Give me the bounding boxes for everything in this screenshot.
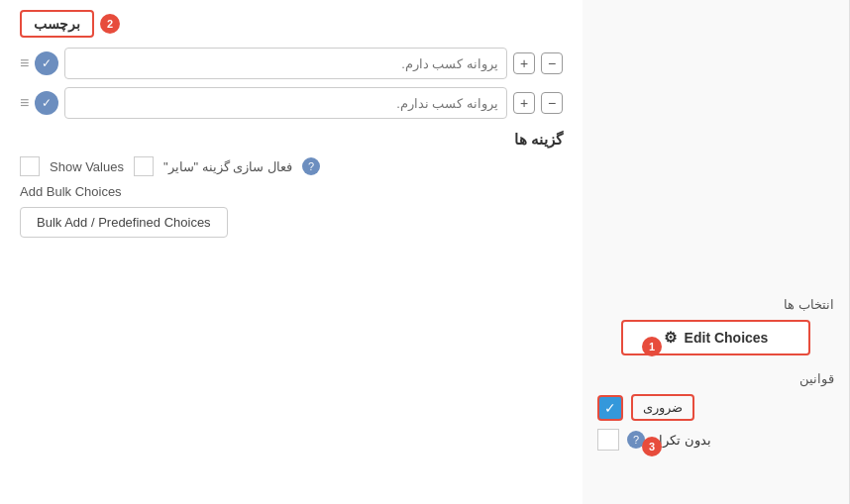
badge-number-1: 1 [642,337,662,356]
required-checkbox[interactable]: ✓ [597,395,623,421]
right-panel: 2 برچسب − + ✓ ≡ − + ✓ ≡ گزینه ها ? ف [0,0,583,504]
laws-title: قوانین [597,371,834,386]
required-row: ضروری ✓ [597,394,834,421]
drag-handle-1[interactable]: ≡ [20,54,29,72]
edit-choices-wrapper: Edit Choices ⚙ [597,320,834,355]
selections-section: انتخاب ها Edit Choices ⚙ [597,297,834,355]
laws-section: قوانین 3 ضروری ✓ بدون تکرار ? [597,355,834,451]
selections-title: انتخاب ها [597,297,834,312]
check-circle-1[interactable]: ✓ [35,51,58,75]
activate-label: فعال سازی گزینه "سایر" [163,159,292,174]
no-repeat-checkbox[interactable] [597,429,619,451]
edit-choices-label: Edit Choices [685,330,769,346]
no-repeat-row: بدون تکرار ? [597,429,834,451]
badge-3: 3 [642,437,662,456]
plus-button-1[interactable]: + [513,52,535,74]
gear-icon: ⚙ [664,329,677,347]
left-panel: 1 انتخاب ها Edit Choices ⚙ قوانین 3 [583,0,850,504]
activate-toggle[interactable] [134,156,154,176]
row-item-1: − + ✓ ≡ [20,48,563,79]
required-label: ضروری [631,394,694,421]
label-section: 2 برچسب [20,10,563,38]
minus-button-2[interactable]: − [541,92,563,114]
tag-button[interactable]: برچسب [20,10,94,38]
badge-1: 1 [642,337,662,356]
badge-number-2: 2 [100,14,120,34]
badge-number-3: 3 [642,437,662,456]
minus-button-1[interactable]: − [541,52,563,74]
row-input-2[interactable] [64,87,507,119]
show-values-label: Show Values [50,159,124,174]
plus-button-2[interactable]: + [513,92,535,114]
row-input-1[interactable] [64,48,507,79]
add-bulk-link[interactable]: Add Bulk Choices [20,184,563,199]
show-values-toggle[interactable] [20,156,40,176]
bulk-btn-row: Bulk Add / Predefined Choices [20,207,563,238]
drag-handle-2[interactable]: ≡ [20,94,29,112]
badge-2-row: 2 برچسب [20,10,120,38]
options-row: ? فعال سازی گزینه "سایر" Show Values [20,156,563,176]
options-section: گزینه ها ? فعال سازی گزینه "سایر" Show V… [20,131,563,238]
options-title: گزینه ها [20,131,563,149]
row-item-2: − + ✓ ≡ [20,87,563,119]
bulk-add-button[interactable]: Bulk Add / Predefined Choices [20,207,228,238]
activate-question-icon[interactable]: ? [302,157,320,175]
check-circle-2[interactable]: ✓ [35,91,58,115]
